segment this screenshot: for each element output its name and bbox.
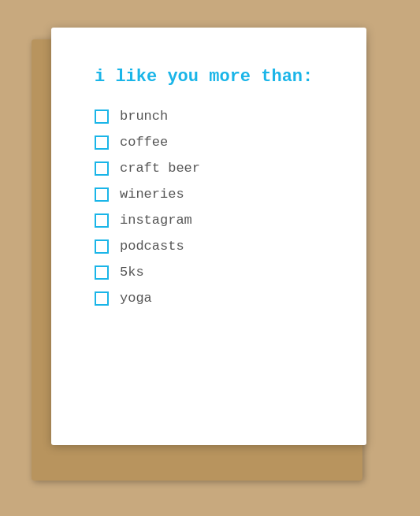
list-item: brunch <box>95 109 323 124</box>
checklist: brunch coffee craft beer wineries instag… <box>95 109 323 306</box>
list-item: yoga <box>95 291 323 306</box>
checkbox-podcasts[interactable] <box>95 239 109 254</box>
item-label-podcasts: podcasts <box>120 239 184 254</box>
item-label-coffee: coffee <box>120 135 168 150</box>
item-label-5ks: 5ks <box>120 265 144 280</box>
list-item: podcasts <box>95 239 323 254</box>
checkbox-yoga[interactable] <box>95 291 109 306</box>
list-item: craft beer <box>95 161 323 176</box>
list-item: wineries <box>95 187 323 202</box>
checkbox-instagram[interactable] <box>95 213 109 228</box>
checkbox-brunch[interactable] <box>95 110 109 124</box>
item-label-craft-beer: craft beer <box>120 161 200 176</box>
checkbox-wineries[interactable] <box>95 187 109 202</box>
item-label-brunch: brunch <box>120 109 168 124</box>
card: i like you more than: brunch coffee craf… <box>51 28 366 445</box>
item-label-yoga: yoga <box>120 291 152 306</box>
item-label-instagram: instagram <box>120 213 192 228</box>
list-item: 5ks <box>95 265 323 280</box>
checkbox-craft-beer[interactable] <box>95 161 109 176</box>
item-label-wineries: wineries <box>120 187 184 202</box>
checkbox-5ks[interactable] <box>95 265 109 280</box>
card-title: i like you more than: <box>95 67 323 87</box>
list-item: coffee <box>95 135 323 150</box>
list-item: instagram <box>95 213 323 228</box>
checkbox-coffee[interactable] <box>95 135 109 150</box>
